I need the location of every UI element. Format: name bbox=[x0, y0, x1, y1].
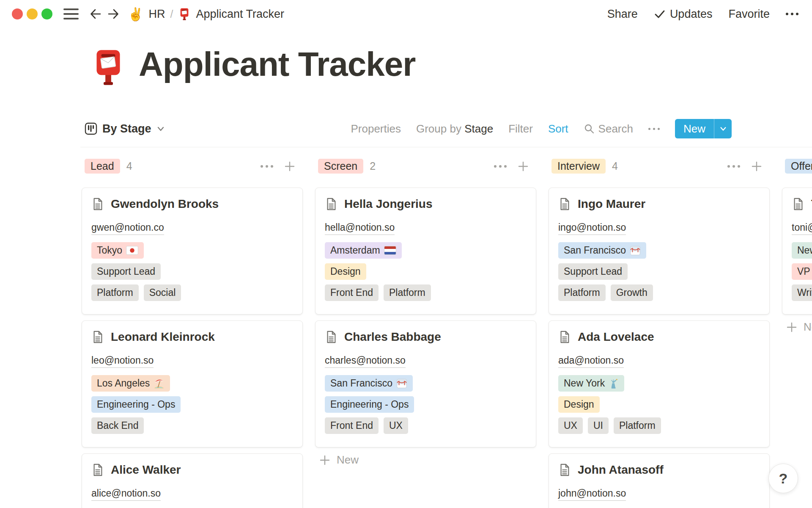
tag: Los Angeles bbox=[91, 375, 170, 392]
new-button[interactable]: New bbox=[675, 119, 732, 138]
tag: Tokyo bbox=[91, 242, 144, 259]
card-email[interactable]: hella@notion.so bbox=[325, 222, 395, 235]
applicant-card[interactable]: Charles Babbagecharles@notion.soSan Fran… bbox=[315, 320, 536, 447]
add-card-button[interactable]: New bbox=[782, 320, 812, 334]
stage-pill[interactable]: Offer bbox=[785, 159, 812, 174]
new-button-label[interactable]: New bbox=[675, 119, 714, 138]
column-add-icon[interactable] bbox=[750, 160, 763, 173]
applicant-card[interactable]: Ttoni@NewVPWrit bbox=[782, 188, 812, 315]
card-title: Ingo Maurer bbox=[578, 197, 645, 211]
tag-label: Los Angeles bbox=[97, 377, 150, 390]
topbar: ✌️ HR / Applicant Tracker Share Updates … bbox=[0, 0, 812, 28]
applicant-card[interactable]: Hella Jongeriushella@notion.soAmsterdamD… bbox=[315, 188, 536, 315]
card-email[interactable]: charles@notion.so bbox=[325, 355, 406, 368]
card-email[interactable]: ada@notion.so bbox=[558, 355, 624, 368]
column-more-icon[interactable] bbox=[494, 165, 507, 168]
tag-label: Tokyo bbox=[97, 244, 122, 257]
back-icon[interactable] bbox=[88, 6, 103, 22]
board-column: OfferTtoni@NewVPWritNew bbox=[782, 157, 812, 508]
page-icon bbox=[91, 463, 104, 477]
tag: San Francisco bbox=[558, 242, 646, 259]
topbar-actions: Share Updates Favorite bbox=[607, 8, 812, 21]
tag-label: Back End bbox=[97, 419, 138, 432]
card-email[interactable]: toni@ bbox=[792, 222, 812, 235]
card-email[interactable]: leo@notion.so bbox=[91, 355, 154, 368]
applicant-card[interactable]: Alice Walkeralice@notion.soLos Angeles bbox=[82, 453, 303, 508]
view-more-options-icon[interactable] bbox=[648, 128, 660, 130]
board-column: Screen2Hella Jongeriushella@notion.soAms… bbox=[315, 157, 536, 508]
column-more-icon[interactable] bbox=[727, 165, 740, 168]
stage-pill[interactable]: Interview bbox=[551, 159, 606, 174]
tag-row: San Francisco bbox=[558, 242, 760, 259]
tag: UX bbox=[558, 417, 583, 434]
tag-label: Social bbox=[149, 286, 176, 299]
minimize-window-button[interactable] bbox=[27, 8, 38, 19]
tag: Front End bbox=[325, 417, 379, 434]
tag: Support Lead bbox=[558, 263, 628, 280]
view-switcher[interactable]: By Stage bbox=[85, 122, 165, 135]
help-button[interactable]: ? bbox=[768, 464, 798, 493]
share-button[interactable]: Share bbox=[607, 8, 638, 21]
email-row: hella@notion.so bbox=[325, 222, 527, 235]
column-header: Screen2 bbox=[315, 157, 536, 175]
zoom-window-button[interactable] bbox=[41, 8, 52, 19]
card-title: Ada Lovelace bbox=[578, 330, 654, 344]
applicant-card[interactable]: Ingo Maureringo@notion.soSan FranciscoSu… bbox=[549, 188, 770, 315]
beach-icon bbox=[154, 378, 165, 389]
stage-pill[interactable]: Lead bbox=[85, 159, 120, 174]
tag-label: Platform bbox=[619, 419, 656, 432]
view-toolbar: By Stage Properties Group by Stage Filte… bbox=[85, 117, 732, 141]
applicant-card[interactable]: Leonard Kleinrockleo@notion.soLos Angele… bbox=[82, 320, 303, 447]
applicant-card[interactable]: Ada Lovelaceada@notion.soNew YorkDesignU… bbox=[549, 320, 770, 447]
tag-label: Platform bbox=[97, 286, 133, 299]
page-icon bbox=[558, 197, 571, 211]
email-row: ingo@notion.so bbox=[558, 222, 760, 235]
card-email[interactable]: ingo@notion.so bbox=[558, 222, 626, 235]
board-column: Interview4Ingo Maureringo@notion.soSan F… bbox=[549, 157, 770, 508]
tag-label: Platform bbox=[564, 286, 600, 299]
close-window-button[interactable] bbox=[12, 8, 23, 19]
sidebar-toggle-icon[interactable] bbox=[63, 8, 79, 19]
tag-label: Platform bbox=[389, 286, 425, 299]
stage-pill[interactable]: Screen bbox=[318, 159, 363, 174]
page-title: Applicant Tracker bbox=[139, 45, 415, 84]
column-more-icon[interactable] bbox=[261, 165, 273, 168]
column-add-icon[interactable] bbox=[517, 160, 529, 173]
page-header: Applicant Tracker bbox=[90, 45, 415, 84]
tag-label: Design bbox=[564, 398, 594, 411]
page-icon bbox=[558, 330, 571, 344]
column-add-icon[interactable] bbox=[283, 160, 296, 173]
column-header: Lead4 bbox=[82, 157, 303, 175]
card-email[interactable]: alice@notion.so bbox=[91, 488, 161, 501]
card-title: Alice Walker bbox=[111, 463, 181, 477]
group-by-button[interactable]: Group by Stage bbox=[416, 122, 493, 135]
sort-button[interactable]: Sort bbox=[548, 122, 568, 135]
updates-button[interactable]: Updates bbox=[654, 8, 713, 21]
page-icon bbox=[91, 197, 104, 211]
card-title-row: T bbox=[792, 197, 812, 211]
breadcrumb-page[interactable]: Applicant Tracker bbox=[196, 8, 284, 21]
breadcrumb-workspace[interactable]: HR bbox=[148, 8, 165, 21]
filter-button[interactable]: Filter bbox=[508, 122, 533, 135]
add-card-button[interactable]: New bbox=[315, 453, 536, 467]
column-header: Offer bbox=[782, 157, 812, 175]
tag-label: Engineering - Ops bbox=[330, 398, 409, 411]
more-options-icon[interactable] bbox=[786, 13, 798, 15]
card-email[interactable]: gwen@notion.co bbox=[91, 222, 164, 235]
tag: VP bbox=[792, 263, 812, 280]
new-button-chevron-icon[interactable] bbox=[714, 119, 732, 138]
board-view-icon bbox=[85, 122, 97, 135]
tag-label: San Francisco bbox=[564, 244, 626, 257]
tag-label: Engineering - Ops bbox=[97, 398, 175, 411]
applicant-card[interactable]: John Atanasoffjohn@notion.soTokyo bbox=[549, 453, 770, 508]
forward-icon[interactable] bbox=[106, 6, 121, 22]
tag-row: San Francisco bbox=[325, 375, 527, 392]
card-email[interactable]: john@notion.so bbox=[558, 488, 626, 501]
page-icon bbox=[325, 330, 337, 344]
properties-button[interactable]: Properties bbox=[351, 122, 401, 135]
tag-label: Support Lead bbox=[97, 265, 155, 278]
add-card-label: New bbox=[337, 453, 359, 467]
applicant-card[interactable]: Gwendolyn Brooksgwen@notion.coTokyoSuppo… bbox=[82, 188, 303, 315]
search-button[interactable]: Search bbox=[584, 122, 633, 135]
favorite-button[interactable]: Favorite bbox=[728, 8, 770, 21]
